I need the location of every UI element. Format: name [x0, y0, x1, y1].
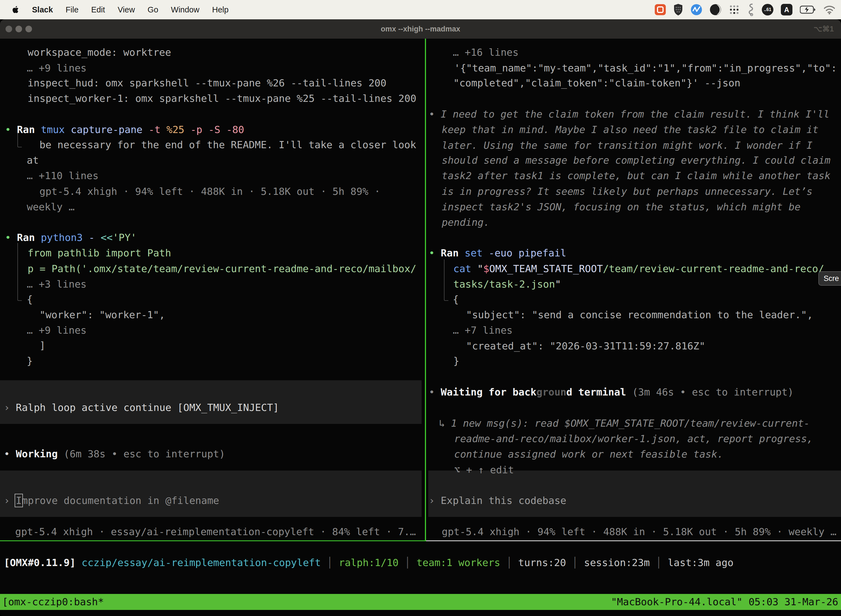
omx-status-line: [OMX#0.11.9] cczip/essay/ai-reimplementa…: [0, 39, 841, 594]
menu-item-window[interactable]: Window: [171, 5, 199, 14]
window-title: omx --xhigh --madmax: [0, 19, 841, 39]
text-segment: ralph:1/10: [339, 557, 404, 568]
pane-divider[interactable]: [425, 39, 426, 540]
text-segment: [OMX#0.11.9]: [4, 557, 82, 568]
terminal-line: [OMX#0.11.9] cczip/essay/ai-reimplementa…: [4, 556, 733, 570]
dots-grid-icon[interactable]: [729, 4, 740, 15]
squiggle-icon[interactable]: [747, 3, 755, 16]
chat-bubble-icon[interactable]: [655, 4, 666, 15]
menu-item-help[interactable]: Help: [212, 5, 229, 14]
apple-menu-icon[interactable]: [12, 5, 20, 14]
title-bar[interactable]: omx --xhigh --madmax ⌥⌘1: [0, 19, 841, 39]
active-pane-border: [0, 540, 426, 541]
terminal-window: omx --xhigh --madmax ⌥⌘1 workspace_mode:…: [0, 19, 841, 616]
text-segment: turns:20: [518, 557, 572, 568]
wifi-icon[interactable]: [823, 5, 835, 14]
menu-bar-status-icons: ..61 A: [655, 3, 841, 16]
menu-item-edit[interactable]: Edit: [91, 5, 105, 14]
inactive-pane-border: [426, 540, 841, 541]
shield-grid-icon[interactable]: [673, 4, 683, 16]
text-segment: │: [404, 557, 416, 568]
menu-item-file[interactable]: File: [66, 5, 79, 14]
window-shortcut-hint: ⌥⌘1: [814, 19, 834, 39]
battery-icon[interactable]: [800, 6, 816, 14]
screen: Slack File Edit View Go Window Help: [0, 0, 841, 616]
terminal-body: workspace_mode: worktree… +9 linesinspec…: [0, 39, 841, 616]
text-segment: │: [506, 557, 518, 568]
text-segment: │: [327, 557, 338, 568]
percent-badge-icon[interactable]: ..61: [762, 4, 774, 15]
text-segment: │: [656, 557, 668, 568]
tmux-host-clock: "MacBook-Pro-44.local" 05:03 31-Mar-26: [611, 594, 838, 610]
menu-item-view[interactable]: View: [118, 5, 135, 14]
text-segment: team:1 workers: [417, 557, 506, 568]
tmux-session-label[interactable]: [omx-cczip0:bash*: [2, 594, 104, 610]
text-segment: │: [572, 557, 584, 568]
blue-activity-icon[interactable]: [691, 4, 702, 15]
text-segment: last:3m ago: [668, 557, 733, 568]
input-source-icon[interactable]: A: [781, 4, 793, 15]
menu-bar: Slack File Edit View Go Window Help: [0, 0, 841, 19]
crescent-icon[interactable]: [710, 4, 721, 15]
text-segment: cczip/essay/ai-reimplementation-copyleft: [82, 557, 327, 568]
screen-tooltip: Scre: [818, 271, 841, 286]
tmux-status-bar: [omx-cczip0:bash* "MacBook-Pro-44.local"…: [0, 594, 841, 610]
text-segment: session:23m: [584, 557, 656, 568]
menu-item-go[interactable]: Go: [148, 5, 158, 14]
menu-item-slack[interactable]: Slack: [32, 5, 53, 14]
